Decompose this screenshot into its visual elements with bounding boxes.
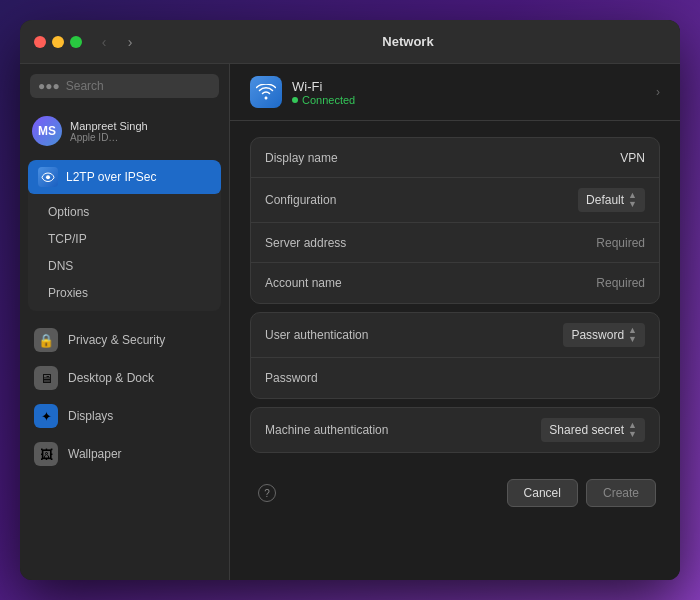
account-name-row[interactable]: Account name Required (251, 263, 659, 303)
vpn-selected-item[interactable]: L2TP over IPSec (28, 160, 221, 194)
sidebar: ●●● MS Manpreet Singh Apple ID… (20, 64, 230, 580)
wallpaper-label: Wallpaper (68, 447, 122, 461)
wifi-row[interactable]: Wi-Fi Connected › (230, 64, 680, 121)
form-buttons: Cancel Create (503, 469, 660, 517)
titlebar: ‹ › Network (20, 20, 680, 64)
wifi-icon (250, 76, 282, 108)
basic-fields-card: Display name VPN Configuration Default ▲… (250, 137, 660, 304)
close-button[interactable] (34, 36, 46, 48)
user-auth-row[interactable]: User authentication Password ▲▼ (251, 313, 659, 358)
account-name-value: Required (596, 276, 645, 290)
vpn-panel: L2TP over IPSec Options TCP/IP DNS Proxi… (28, 160, 221, 311)
sidebar-item-proxies[interactable]: Proxies (32, 280, 217, 306)
vpn-sub-items: Options TCP/IP DNS Proxies (28, 194, 221, 311)
sidebar-user[interactable]: MS Manpreet Singh Apple ID… (20, 110, 229, 152)
status-dot (292, 97, 298, 103)
sidebar-item-desktop[interactable]: 🖥 Desktop & Dock (20, 359, 229, 397)
password-label: Password (265, 371, 455, 385)
nav-buttons: ‹ › (94, 32, 140, 52)
desktop-label: Desktop & Dock (68, 371, 154, 385)
displays-icon: ✦ (34, 404, 58, 428)
machine-auth-label: Machine authentication (265, 423, 541, 437)
select-arrows-icon: ▲▼ (628, 191, 637, 209)
main-content: ●●● MS Manpreet Singh Apple ID… (20, 64, 680, 580)
server-address-value: Required (596, 236, 645, 250)
vpn-name: L2TP over IPSec (66, 170, 157, 184)
account-name-label: Account name (265, 276, 596, 290)
user-name: Manpreet Singh (70, 120, 148, 132)
sidebar-item-displays[interactable]: ✦ Displays (20, 397, 229, 435)
desktop-icon: 🖥 (34, 366, 58, 390)
user-subtitle: Apple ID… (70, 132, 148, 143)
sidebar-item-privacy[interactable]: 🔒 Privacy & Security (20, 321, 229, 359)
machine-auth-row[interactable]: Machine authentication Shared secret ▲▼ (251, 408, 659, 452)
privacy-label: Privacy & Security (68, 333, 165, 347)
server-address-label: Server address (265, 236, 596, 250)
wifi-name: Wi-Fi (292, 79, 646, 94)
displays-label: Displays (68, 409, 113, 423)
sidebar-item-dns[interactable]: DNS (32, 253, 217, 279)
svg-point-0 (46, 175, 50, 179)
window-title: Network (150, 34, 666, 49)
maximize-button[interactable] (70, 36, 82, 48)
privacy-icon: 🔒 (34, 328, 58, 352)
cancel-button[interactable]: Cancel (507, 479, 578, 507)
machine-auth-select[interactable]: Shared secret ▲▼ (541, 418, 645, 442)
vpn-icon (38, 167, 58, 187)
password-row[interactable]: Password (251, 358, 659, 398)
forward-button[interactable]: › (120, 32, 140, 52)
search-bar[interactable]: ●●● (30, 74, 219, 98)
wifi-chevron-icon: › (656, 85, 660, 99)
machine-auth-card: Machine authentication Shared secret ▲▼ (250, 407, 660, 453)
sidebar-item-wallpaper[interactable]: 🖼 Wallpaper (20, 435, 229, 473)
sidebar-item-options[interactable]: Options (32, 199, 217, 225)
traffic-lights (34, 36, 82, 48)
display-name-value: VPN (620, 151, 645, 165)
help-icon[interactable]: ? (258, 484, 276, 502)
sidebar-section: 🔒 Privacy & Security 🖥 Desktop & Dock ✦ … (20, 315, 229, 479)
server-address-row[interactable]: Server address Required (251, 223, 659, 263)
create-button[interactable]: Create (586, 479, 656, 507)
configuration-row[interactable]: Configuration Default ▲▼ (251, 178, 659, 223)
user-auth-select[interactable]: Password ▲▼ (563, 323, 645, 347)
wifi-info: Wi-Fi Connected (292, 79, 646, 106)
settings-window: ‹ › Network ●●● MS Manpreet Singh Apple … (20, 20, 680, 580)
wallpaper-icon: 🖼 (34, 442, 58, 466)
minimize-button[interactable] (52, 36, 64, 48)
back-button[interactable]: ‹ (94, 32, 114, 52)
right-panel: Wi-Fi Connected › Display name VPN (230, 64, 680, 580)
user-auth-label: User authentication (265, 328, 563, 342)
vpn-form: Display name VPN Configuration Default ▲… (230, 121, 680, 580)
configuration-select[interactable]: Default ▲▼ (578, 188, 645, 212)
wifi-status: Connected (292, 94, 646, 106)
search-icon: ●●● (38, 79, 60, 93)
user-info: Manpreet Singh Apple ID… (70, 120, 148, 143)
search-input[interactable] (66, 79, 216, 93)
configuration-label: Configuration (265, 193, 578, 207)
machine-auth-arrows-icon: ▲▼ (628, 421, 637, 439)
user-auth-arrows-icon: ▲▼ (628, 326, 637, 344)
password-input[interactable] (455, 371, 645, 385)
display-name-label: Display name (265, 151, 620, 165)
sidebar-item-tcpip[interactable]: TCP/IP (32, 226, 217, 252)
display-name-row: Display name VPN (251, 138, 659, 178)
auth-fields-card: User authentication Password ▲▼ Password (250, 312, 660, 399)
avatar: MS (32, 116, 62, 146)
